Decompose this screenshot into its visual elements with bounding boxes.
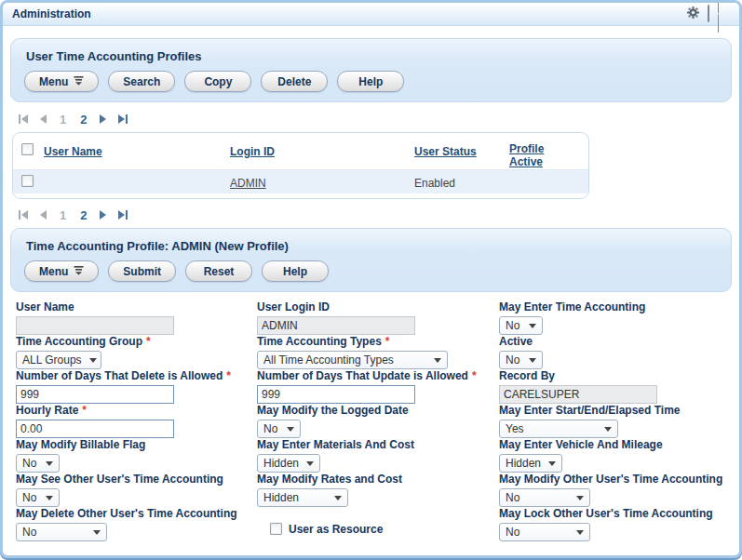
header-user-status[interactable]: User Status xyxy=(414,145,477,158)
may-modify-rates-cost-select[interactable]: Hidden xyxy=(257,488,348,507)
may-delete-other-time-select[interactable]: No xyxy=(16,523,107,541)
may-see-other-time-select[interactable]: No xyxy=(16,488,60,507)
profile-form: User Name User Login ID May Enter Time A… xyxy=(16,300,739,541)
next-page-icon[interactable] xyxy=(98,209,108,220)
may-enter-start-end-elapsed-select[interactable]: Yes xyxy=(499,420,618,438)
search-button[interactable]: Search xyxy=(108,71,175,92)
required-marker: * xyxy=(82,404,87,417)
detail-panel: Time Accounting Profile: ADMIN (New Prof… xyxy=(10,228,732,292)
menu-button[interactable]: Menu xyxy=(24,71,99,92)
field-hourly-rate: Hourly Rate* xyxy=(16,404,257,438)
last-page-icon[interactable] xyxy=(116,113,128,125)
field-label: User Login ID xyxy=(257,300,499,313)
may-enter-materials-cost-select[interactable]: Hidden xyxy=(257,454,320,473)
reset-button[interactable]: Reset xyxy=(185,260,252,282)
row-login-id-link[interactable]: ADMIN xyxy=(230,177,266,190)
field-label: May Enter Time Accounting xyxy=(499,300,732,313)
field-may-modify-rates-cost: May Modify Rates and Cost Hidden xyxy=(257,473,499,507)
menu-button-label: Menu xyxy=(39,75,68,88)
required-marker: * xyxy=(146,335,151,348)
select-value: No xyxy=(506,526,519,539)
select-value: No xyxy=(22,457,36,470)
field-may-enter-start-end-elapsed: May Enter Start/End/Elapsed Time Yes xyxy=(499,404,732,438)
field-label: Record By xyxy=(499,369,732,382)
select-value: Hidden xyxy=(263,457,299,470)
chevron-down-icon xyxy=(548,461,556,466)
field-label: Time Accounting Group xyxy=(16,335,142,348)
field-may-see-other-time: May See Other User's Time Accounting No xyxy=(16,473,257,507)
header-profile-active[interactable]: Profile Active xyxy=(509,142,558,168)
field-user-as-resource: User as Resource xyxy=(257,507,499,541)
copy-button[interactable]: Copy xyxy=(184,71,251,92)
row-checkbox[interactable] xyxy=(21,175,34,187)
field-label: User Name xyxy=(16,300,257,313)
page-number-current: 1 xyxy=(57,208,69,222)
select-value: No xyxy=(506,319,519,332)
field-label: Active xyxy=(499,335,732,348)
field-label: May Delete Other User's Time Accounting xyxy=(16,507,257,520)
time-accounting-group-select[interactable]: ALL Groups xyxy=(16,351,101,369)
select-value: No xyxy=(506,353,519,367)
page-number-current: 1 xyxy=(57,113,69,127)
select-value: Yes xyxy=(506,422,524,435)
may-enter-time-accounting-select[interactable]: No xyxy=(499,316,543,335)
menu-button-label: Menu xyxy=(39,265,68,278)
required-marker: * xyxy=(385,335,390,348)
minimize-icon[interactable] xyxy=(708,6,709,22)
select-value: Hidden xyxy=(506,457,541,470)
field-may-modify-billable-flag: May Modify Billable Flag No xyxy=(16,438,257,473)
field-label: May Modify Rates and Cost xyxy=(257,473,499,486)
field-label: May Lock Other User's Time Accounting xyxy=(499,507,732,520)
user-as-resource-checkbox[interactable] xyxy=(270,523,282,535)
hourly-rate-input[interactable] xyxy=(16,420,174,438)
pagination-top: 1 2 xyxy=(18,112,739,127)
first-page-icon xyxy=(18,113,30,125)
may-modify-billable-flag-select[interactable]: No xyxy=(16,454,60,473)
first-page-icon xyxy=(18,209,30,220)
field-label: May See Other User's Time Accounting xyxy=(16,473,257,486)
time-accounting-types-select[interactable]: All Time Accounting Types xyxy=(257,351,448,369)
profiles-panel-title: User Time Accounting Profiles xyxy=(26,49,718,63)
select-value: No xyxy=(263,422,277,435)
profiles-panel: User Time Accounting Profiles Menu Searc… xyxy=(10,38,732,102)
field-may-modify-logged-date: May Modify the Logged Date No xyxy=(257,404,499,438)
may-lock-other-time-select[interactable]: No xyxy=(499,523,590,541)
help-button[interactable]: Help xyxy=(337,71,404,92)
field-days-delete-allowed: Number of Days That Delete is Allowed* xyxy=(16,369,257,404)
field-may-lock-other-time: May Lock Other User's Time Accounting No xyxy=(499,507,732,541)
select-value: ALL Groups xyxy=(22,353,82,367)
header-user-name[interactable]: User Name xyxy=(44,145,102,158)
gear-icon[interactable] xyxy=(687,6,699,22)
may-enter-vehicle-mileage-select[interactable]: Hidden xyxy=(499,454,562,473)
field-may-delete-other-time: May Delete Other User's Time Accounting … xyxy=(16,507,257,541)
delete-button[interactable]: Delete xyxy=(261,71,328,92)
field-user-name: User Name xyxy=(16,300,257,335)
may-modify-other-time-select[interactable]: No xyxy=(499,488,590,507)
field-label: May Modify the Logged Date xyxy=(257,404,499,417)
field-label: May Enter Materials And Cost xyxy=(257,438,499,451)
menu-button[interactable]: Menu xyxy=(24,260,99,282)
page-number-link[interactable]: 2 xyxy=(77,113,89,127)
select-value: No xyxy=(22,526,36,539)
field-label: May Enter Start/End/Elapsed Time xyxy=(499,404,732,417)
field-time-accounting-group: Time Accounting Group* ALL Groups xyxy=(16,335,257,369)
next-page-icon[interactable] xyxy=(98,113,108,125)
help-button[interactable]: Help xyxy=(262,260,329,282)
page-number-link[interactable]: 2 xyxy=(77,208,89,222)
active-select[interactable]: No xyxy=(499,351,543,369)
field-label: User as Resource xyxy=(289,523,383,536)
field-may-modify-other-time: May Modify Other User's Time Accounting … xyxy=(499,473,732,507)
days-delete-allowed-input[interactable] xyxy=(16,385,174,404)
chevron-down-icon xyxy=(434,358,441,363)
select-value: No xyxy=(22,491,36,504)
submit-button[interactable]: Submit xyxy=(108,260,176,282)
select-all-checkbox[interactable] xyxy=(21,143,34,155)
days-update-allowed-input[interactable] xyxy=(257,385,415,404)
field-may-enter-time-accounting: May Enter Time Accounting No xyxy=(499,300,732,335)
header-login-id[interactable]: Login ID xyxy=(230,145,275,158)
detail-toolbar: Menu Submit Reset Help xyxy=(24,260,718,282)
last-page-icon[interactable] xyxy=(116,209,128,220)
may-modify-logged-date-select[interactable]: No xyxy=(257,420,301,438)
pagination-bottom: 1 2 xyxy=(18,207,739,222)
maximize-icon[interactable] xyxy=(718,0,719,33)
